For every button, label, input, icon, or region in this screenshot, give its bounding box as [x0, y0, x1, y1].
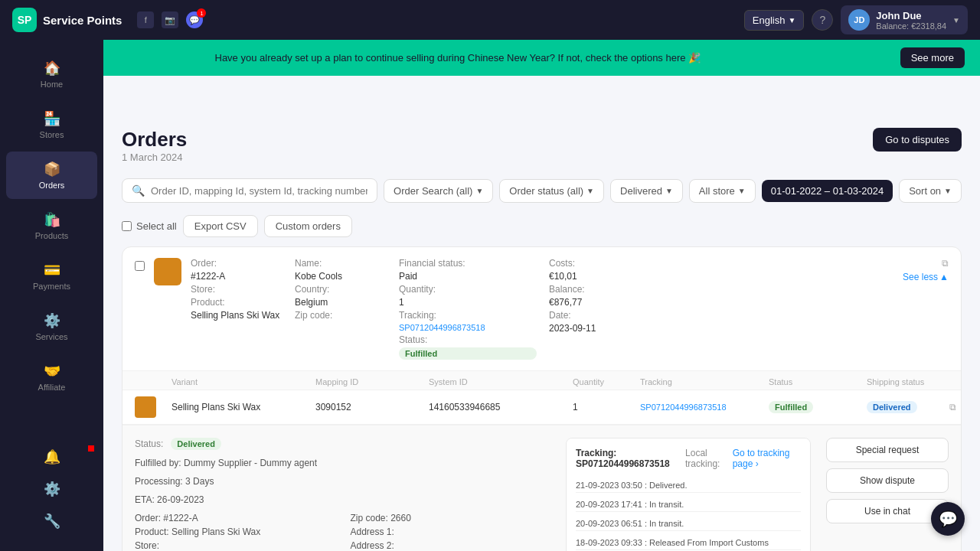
tools-button[interactable]: 🔧 [6, 507, 97, 536]
special-request-button[interactable]: Special request [826, 438, 949, 462]
store-filter[interactable]: All store ▼ [689, 179, 756, 203]
search-input[interactable] [151, 185, 368, 197]
detail-store: Store: [135, 540, 335, 551]
name-label: Name: [295, 258, 387, 269]
filters-row: 🔍 Order Search (all) ▼ Order status (all… [122, 178, 962, 203]
qty-col-header: Quantity [573, 377, 634, 386]
select-all-checkbox-label[interactable]: Select all [122, 220, 177, 232]
status-col-header: Status [769, 377, 861, 386]
system-col-header: System ID [429, 377, 567, 386]
page-title: Orders [122, 128, 187, 152]
user-menu[interactable]: JD John Due Balance: €2318,84 ▼ [841, 5, 968, 34]
banner-text: Have you already set up a plan to contin… [15, 52, 900, 64]
order-info-1222: Order: #1222-A Store: Product: Selling P… [191, 258, 893, 360]
sidebar-label-orders: Orders [39, 181, 65, 190]
order-status-chevron-icon: ▼ [586, 187, 594, 195]
order-search-label: Order Search (all) [394, 185, 472, 197]
discord-icon[interactable]: 💬 1 [186, 11, 203, 28]
order-id-col: Order: #1222-A Store: Product: Selling P… [191, 258, 283, 360]
store-label: Store: [191, 284, 283, 295]
use-in-chat-button[interactable]: Use in chat [826, 499, 949, 523]
mapping-col-header: Mapping ID [315, 377, 423, 386]
see-less-chevron-icon: ▲ [939, 272, 949, 282]
app-logo[interactable]: SP Service Points [12, 8, 122, 32]
variant-row-1: Selling Plans Ski Wax 3090152 1416053394… [122, 390, 961, 425]
products-icon: 🛍️ [44, 211, 60, 228]
sidebar-item-stores[interactable]: 🏪 Stores [6, 101, 97, 148]
order-search-chevron-icon: ▼ [475, 187, 483, 195]
order-checkbox-1222[interactable] [135, 261, 145, 271]
tracking-panel-header: Tracking: SP0712044996873518 Local track… [576, 448, 801, 469]
search-box[interactable]: 🔍 [122, 178, 377, 203]
store-filter-label: All store [699, 185, 735, 197]
detail-address1: Address 1: [351, 527, 551, 537]
select-all-checkbox[interactable] [122, 221, 132, 231]
detail-product: Product: Selling Plans Ski Wax [135, 527, 335, 537]
variant-qty: 1 [573, 402, 634, 412]
language-chevron-icon: ▼ [788, 16, 795, 24]
name-value: Kobe Cools [295, 271, 387, 282]
order-num-label: Order: [191, 258, 283, 269]
copy-icon-1222[interactable]: ⧉ [942, 258, 949, 269]
affiliate-icon: 🤝 [44, 363, 60, 380]
sidebar-item-home[interactable]: 🏠 Home [6, 51, 97, 98]
status-badge-1222: Fulfilled [399, 347, 537, 360]
export-csv-button[interactable]: Export CSV [183, 215, 258, 237]
variant-copy-icon[interactable]: ⧉ [949, 402, 962, 412]
show-dispute-button[interactable]: Show dispute [826, 468, 949, 493]
local-tracking-label: Local tracking: [685, 448, 733, 469]
page-date: 1 March 2024 [122, 152, 187, 163]
sidebar-item-payments[interactable]: 💳 Payments [6, 253, 97, 300]
delivery-status-filter[interactable]: Delivered ▼ [610, 179, 683, 203]
top-navigation: SP Service Points f 📷 💬 1 English ▼ ? JD… [0, 0, 980, 40]
social-links: f 📷 💬 1 [137, 11, 203, 28]
tracking-col-header: Tracking [640, 377, 763, 386]
costs-col: Costs: €10,01 Balance: €876,77 Date: 202… [549, 258, 618, 360]
detail-status-label: Status: [135, 439, 163, 449]
detail-status-badge: Delivered [171, 438, 221, 450]
goto-tracking-link[interactable]: Go to tracking page › [733, 448, 801, 469]
sidebar-item-affiliate[interactable]: 🤝 Affiliate [6, 354, 97, 401]
sort-button[interactable]: Sort on ▼ [899, 179, 962, 203]
notifications-button[interactable]: 🔔 [6, 442, 97, 471]
select-all-label: Select all [136, 220, 177, 232]
sort-label: Sort on [909, 185, 941, 197]
date-range-filter[interactable]: 01-01-2022 – 01-03-2024 [762, 180, 893, 202]
sidebar-item-orders[interactable]: 📦 Orders [6, 152, 97, 199]
language-selector[interactable]: English ▼ [744, 10, 805, 31]
custom-orders-button[interactable]: Custom orders [264, 215, 352, 237]
see-less-button-1222[interactable]: See less ▲ [903, 272, 949, 282]
chat-fab-button[interactable]: 💬 [931, 502, 965, 536]
promo-banner: Have you already set up a plan to contin… [0, 40, 980, 76]
page-title-area: Orders 1 March 2024 [122, 128, 187, 175]
order-status-filter[interactable]: Order status (all) ▼ [499, 179, 604, 203]
top-nav-right: English ▼ ? JD John Due Balance: €2318,8… [744, 5, 968, 34]
action-col-header [949, 377, 962, 386]
customer-col: Name: Kobe Cools Country: Belgium Zip co… [295, 258, 387, 360]
order-num-value: #1222-A [191, 271, 283, 282]
sidebar-label-products: Products [35, 231, 68, 240]
delivery-status-label: Delivered [620, 185, 662, 197]
tracking-value: SP0712044996873518 [399, 323, 537, 332]
detail-fields: Order: #1222-A Zip code: 2660 Product: S… [135, 513, 550, 551]
instagram-icon[interactable]: 📷 [162, 11, 178, 28]
user-menu-chevron-icon: ▼ [952, 16, 960, 24]
go-disputes-button[interactable]: Go to disputes [873, 128, 962, 152]
settings-button[interactable]: ⚙️ [6, 474, 97, 504]
banner-see-more-button[interactable]: See more [900, 47, 965, 68]
notification-badge [88, 445, 94, 452]
financial-status-value: Paid [399, 271, 537, 282]
sidebar-item-services[interactable]: ⚙️ Services [6, 303, 97, 350]
sidebar-item-products[interactable]: 🛍️ Products [6, 202, 97, 249]
financial-status-label: Financial status: [399, 258, 537, 269]
sidebar-label-payments: Payments [33, 282, 70, 291]
facebook-icon[interactable]: f [137, 11, 154, 28]
toolbar: Select all Export CSV Custom orders [122, 215, 962, 237]
order-search-filter[interactable]: Order Search (all) ▼ [384, 179, 493, 203]
tracking-entry-2: 20-09-2023 17:41 : In transit. [576, 497, 801, 512]
help-button[interactable]: ? [812, 9, 833, 31]
costs-value: €10,01 [549, 271, 618, 282]
mapping-id: 3090152 [315, 402, 423, 412]
detail-address2: Address 2: [351, 540, 551, 551]
sidebar-label-services: Services [35, 332, 67, 341]
